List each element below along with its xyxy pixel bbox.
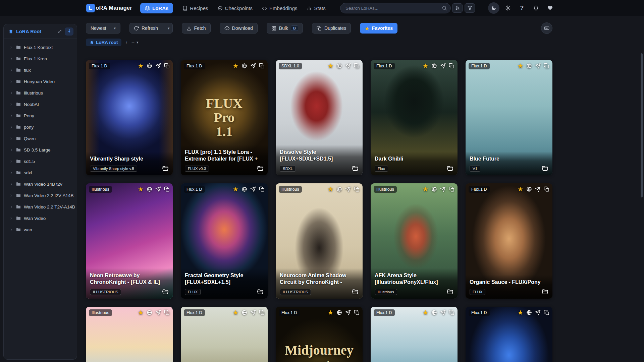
favorite-star-icon[interactable]: ★ <box>138 309 144 316</box>
sort-options-button[interactable] <box>452 3 463 13</box>
help-button[interactable]: ? <box>516 2 528 14</box>
expand-arrows-icon[interactable] <box>57 29 62 34</box>
copy-icon[interactable] <box>449 186 454 192</box>
favorite-star-icon[interactable]: ★ <box>328 63 333 69</box>
scrollbar-thumb[interactable] <box>641 53 643 197</box>
sidebar-folder-item[interactable]: NoobAI <box>4 99 77 110</box>
favorite-star-icon[interactable]: ★ <box>518 63 523 69</box>
sidebar-folder-item[interactable]: SD 3.5 Large <box>4 144 77 156</box>
lora-card[interactable]: Flux.1 D ★ <box>181 307 268 362</box>
favorite-star-icon[interactable]: ★ <box>233 309 238 316</box>
lora-card[interactable]: Flux.1 D ★ Vibrantly Sharp style Vibrant… <box>86 60 173 175</box>
globe-icon[interactable] <box>336 186 342 192</box>
copy-icon[interactable] <box>259 186 265 192</box>
folder-open-icon[interactable] <box>352 165 359 172</box>
send-icon[interactable] <box>250 310 256 315</box>
notifications-button[interactable] <box>530 2 542 14</box>
lora-card[interactable]: FLUX Pro 1.1 Flux.1 D ★ FLUX [pro] 1.1 S… <box>181 60 268 175</box>
send-icon[interactable] <box>535 186 541 192</box>
favorite-star-icon[interactable]: ★ <box>328 309 333 316</box>
globe-icon[interactable] <box>241 310 247 315</box>
send-icon[interactable] <box>440 310 446 315</box>
fetch-button[interactable]: Fetch <box>182 23 211 34</box>
sidebar-folder-item[interactable]: Pony <box>4 110 77 121</box>
copy-icon[interactable] <box>354 63 360 69</box>
folder-open-icon[interactable] <box>257 165 264 172</box>
favorite-star-icon[interactable]: ★ <box>233 63 238 69</box>
lora-card[interactable]: Flux.1 D ★ <box>371 307 458 362</box>
favorite-star-icon[interactable]: ★ <box>518 186 523 192</box>
folder-open-icon[interactable] <box>257 289 264 295</box>
folder-open-icon[interactable] <box>352 289 359 295</box>
favorite-star-icon[interactable]: ★ <box>138 63 144 69</box>
globe-icon[interactable] <box>526 63 532 69</box>
nav-recipes[interactable]: Recipes <box>182 5 208 11</box>
sidebar-folder-item[interactable]: Wan Video 14B t2v <box>4 178 77 190</box>
lora-card[interactable]: Flux.1 D ★ <box>466 307 552 362</box>
folder-open-icon[interactable] <box>542 289 548 295</box>
lora-card[interactable]: Illustrious ★ Neurocore Anime Shadow Cir… <box>276 183 363 299</box>
copy-icon[interactable] <box>354 310 360 315</box>
search-input[interactable] <box>340 3 451 13</box>
lora-card[interactable]: Flux.1 D ★ Organic Sauce - FLUX/Pony FLU… <box>466 183 552 299</box>
sidebar-folder-item[interactable]: wan <box>4 224 77 235</box>
lora-card[interactable]: Illustrious ★ AFK Arena Style [Illustrio… <box>371 183 458 299</box>
globe-icon[interactable] <box>431 310 437 315</box>
pin-sidebar-button[interactable] <box>65 27 73 36</box>
breadcrumb-root[interactable]: LoRA root <box>86 39 121 46</box>
lora-card[interactable]: Midjourney meets FLUX Flux.1 D ★ <box>276 307 363 362</box>
globe-icon[interactable] <box>147 310 152 315</box>
globe-icon[interactable] <box>526 310 532 315</box>
sort-select[interactable]: Newest ▾ <box>86 23 120 34</box>
send-icon[interactable] <box>250 186 256 192</box>
lora-card[interactable]: Flux.1 D ★ Blue Future V1 <box>466 60 552 175</box>
copy-icon[interactable] <box>544 63 549 69</box>
send-icon[interactable] <box>345 310 351 315</box>
globe-icon[interactable] <box>336 63 342 69</box>
copy-icon[interactable] <box>544 310 549 315</box>
send-icon[interactable] <box>155 186 161 192</box>
globe-icon[interactable] <box>241 186 247 192</box>
refresh-options-button[interactable]: ▾ <box>165 23 172 33</box>
send-icon[interactable] <box>440 63 446 69</box>
sidebar-folder-item[interactable]: Wan Video 2.2 T2V-A14B <box>4 201 77 213</box>
folder-open-icon[interactable] <box>447 165 453 172</box>
folder-open-icon[interactable] <box>542 165 548 172</box>
duplicates-button[interactable]: Duplicates <box>312 23 351 34</box>
send-icon[interactable] <box>250 63 256 69</box>
send-icon[interactable] <box>345 186 351 192</box>
lora-card[interactable]: Illustrious ★ Neon Retrowave by ChronoKn… <box>86 183 173 299</box>
nav-stats[interactable]: Stats <box>307 5 325 11</box>
sidebar-folder-item[interactable]: sd1.5 <box>4 156 77 167</box>
globe-icon[interactable] <box>241 63 247 69</box>
favorite-star-icon[interactable]: ★ <box>423 186 428 192</box>
favorite-star-icon[interactable]: ★ <box>138 186 144 192</box>
favorites-nav-button[interactable] <box>544 2 556 14</box>
sidebar-folder-item[interactable]: flux <box>4 64 77 76</box>
bulk-button[interactable]: Bulk B <box>267 23 303 34</box>
sidebar-folder-item[interactable]: pony <box>4 121 77 133</box>
folder-open-icon[interactable] <box>162 165 169 172</box>
globe-icon[interactable] <box>336 310 342 315</box>
copy-icon[interactable] <box>449 63 454 69</box>
globe-icon[interactable] <box>431 63 437 69</box>
sidebar-folder-item[interactable]: Wan Video 2.2 I2V-A14B <box>4 190 77 201</box>
copy-icon[interactable] <box>164 63 170 69</box>
send-icon[interactable] <box>440 186 446 192</box>
send-icon[interactable] <box>345 63 351 69</box>
folder-open-icon[interactable] <box>162 289 169 295</box>
nav-loras[interactable]: LoRAs <box>140 3 173 13</box>
settings-button[interactable] <box>502 2 514 14</box>
send-icon[interactable] <box>155 310 161 315</box>
copy-icon[interactable] <box>259 63 265 69</box>
sidebar-folder-item[interactable]: Flux.1 Kontext <box>4 42 77 53</box>
filter-button[interactable] <box>465 3 475 13</box>
globe-icon[interactable] <box>147 186 152 192</box>
refresh-button[interactable]: Refresh <box>130 23 162 33</box>
favorite-star-icon[interactable]: ★ <box>518 309 523 316</box>
send-icon[interactable] <box>155 63 161 69</box>
theme-toggle-button[interactable] <box>488 2 499 14</box>
sidebar-folder-item[interactable]: Qwen <box>4 133 77 144</box>
sidebar-folder-item[interactable]: Hunyuan Video <box>4 76 77 87</box>
copy-icon[interactable] <box>449 310 454 315</box>
